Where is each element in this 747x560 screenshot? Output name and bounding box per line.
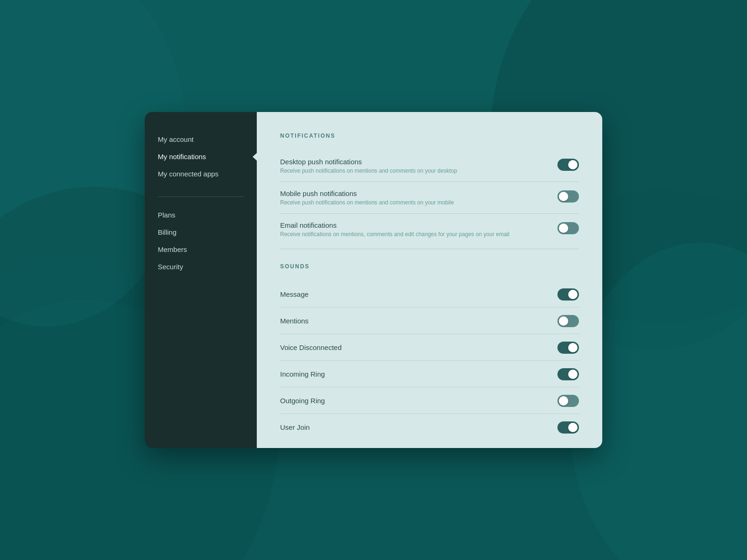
notification-text-desktop: Desktop push notifications Receive push … [280,158,457,174]
toggle-mobile-push[interactable] [557,190,579,203]
sound-label-outgoing-ring: Outgoing Ring [280,397,325,405]
toggle-message[interactable] [557,288,579,301]
sidebar-item-label: Billing [158,228,176,236]
toggle-thumb [559,192,568,201]
notification-desc-mobile: Receive push notifications on mentions a… [280,199,454,206]
sound-row-outgoing-ring: Outgoing Ring [280,387,579,414]
sound-label-voice-disconnected: Voice Disconnected [280,343,342,351]
sidebar-item-label: Security [158,263,183,271]
toggle-user-join[interactable] [557,421,579,434]
notification-desc-desktop: Receive push notifications on mentions a… [280,168,457,174]
sidebar-item-label: My notifications [158,153,206,161]
sidebar: My account My notifications My connected… [145,112,257,448]
sidebar-item-my-account[interactable]: My account [145,131,257,148]
sidebar-item-security[interactable]: Security [145,258,257,275]
sidebar-section-account: My account My notifications My connected… [145,131,257,192]
toggle-incoming-ring[interactable] [557,368,579,380]
sound-row-user-join: User Join [280,414,579,440]
sidebar-item-billing[interactable]: Billing [145,224,257,241]
notification-label-desktop: Desktop push notifications [280,158,457,166]
notification-text-email: Email notifications Receive notification… [280,221,509,238]
sidebar-item-label: Plans [158,211,176,219]
notification-row-email: Email notifications Receive notification… [280,214,579,245]
sidebar-item-label: My connected apps [158,170,218,178]
sidebar-item-label: My account [158,135,194,143]
sound-row-incoming-ring: Incoming Ring [280,361,579,387]
sidebar-section-workspace: Plans Billing Members Security [145,206,257,285]
notification-row-mobile: Mobile push notifications Receive push n… [280,182,579,214]
sound-label-user-join: User Join [280,423,310,431]
notifications-block: Desktop push notifications Receive push … [280,150,579,249]
toggle-thumb [568,160,578,169]
sidebar-divider [158,196,244,197]
sound-label-mentions: Mentions [280,317,309,325]
toggle-thumb [568,290,578,299]
active-arrow-icon [253,153,257,161]
sound-row-voice-disconnected: Voice Disconnected [280,334,579,361]
settings-modal: My account My notifications My connected… [145,112,602,448]
notification-label-mobile: Mobile push notifications [280,189,454,197]
toggle-thumb [559,396,568,406]
toggle-email[interactable] [557,222,579,234]
notification-label-email: Email notifications [280,221,509,229]
notifications-section-title: NOTIFICATIONS [280,133,579,139]
toggle-thumb [568,423,578,432]
toggle-outgoing-ring[interactable] [557,395,579,407]
sidebar-item-my-notifications[interactable]: My notifications [145,148,257,165]
sidebar-item-my-connected-apps[interactable]: My connected apps [145,165,257,182]
sounds-section-title: SOUNDS [280,263,579,270]
sidebar-item-label: Members [158,245,187,253]
toggle-thumb [568,370,578,379]
sound-row-message: Message [280,281,579,308]
sounds-section: SOUNDS Message Mentions Voice Disconnect… [280,263,579,440]
notification-text-mobile: Mobile push notifications Receive push n… [280,189,454,206]
sound-label-message: Message [280,290,309,298]
toggle-desktop-push[interactable] [557,159,579,171]
toggle-thumb [559,316,568,326]
toggle-thumb [559,224,568,233]
toggle-mentions[interactable] [557,315,579,327]
toggle-thumb [568,343,578,352]
sidebar-item-members[interactable]: Members [145,241,257,258]
notification-row-desktop: Desktop push notifications Receive push … [280,150,579,182]
sound-row-mentions: Mentions [280,308,579,334]
toggle-voice-disconnected[interactable] [557,342,579,354]
notification-desc-email: Receive notifications on mentions, comme… [280,231,509,238]
sound-label-incoming-ring: Incoming Ring [280,370,325,378]
main-content: NOTIFICATIONS Desktop push notifications… [257,112,602,448]
sidebar-item-plans[interactable]: Plans [145,206,257,224]
